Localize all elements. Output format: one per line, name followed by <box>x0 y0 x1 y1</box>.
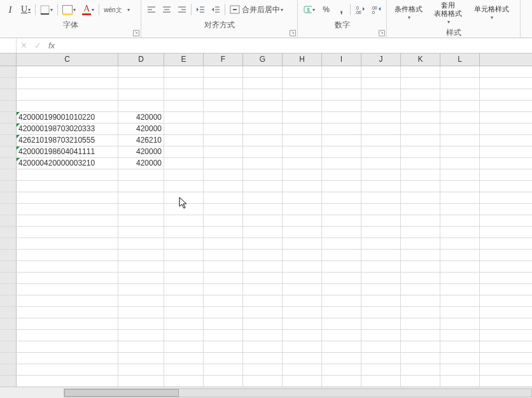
cell[interactable] <box>361 66 401 77</box>
cell[interactable] <box>204 295 243 306</box>
row-header[interactable] <box>0 124 17 134</box>
phonetic-button[interactable]: wén 文 <box>102 3 123 16</box>
row-header[interactable] <box>0 353 17 364</box>
cell[interactable] <box>243 341 283 352</box>
cell[interactable] <box>204 238 243 249</box>
cell[interactable] <box>322 215 361 226</box>
cell[interactable] <box>401 284 440 295</box>
cell[interactable] <box>118 169 164 180</box>
cell[interactable] <box>118 192 164 203</box>
cell[interactable] <box>204 318 243 329</box>
phonetic-dropdown[interactable]: ▾ <box>127 7 130 13</box>
sheet-grid[interactable]: CDEFGHIJKL 42000019900101022042000042000… <box>0 53 532 397</box>
cell[interactable] <box>17 78 118 89</box>
cell[interactable] <box>17 215 118 226</box>
scroll-thumb[interactable] <box>64 389 179 397</box>
row-header[interactable] <box>0 318 17 329</box>
cell[interactable] <box>440 101 480 111</box>
cell[interactable] <box>401 330 440 341</box>
cell[interactable] <box>204 66 243 77</box>
cell[interactable] <box>361 250 401 260</box>
fill-color-button[interactable]: ▾ <box>60 3 78 16</box>
cell[interactable] <box>164 295 204 306</box>
cell[interactable] <box>322 341 361 352</box>
cell[interactable] <box>440 341 480 352</box>
row-header[interactable] <box>0 330 17 341</box>
cell[interactable] <box>322 250 361 260</box>
row-header[interactable] <box>0 307 17 318</box>
cell[interactable] <box>17 307 118 318</box>
row-header[interactable] <box>0 181 17 192</box>
cell[interactable] <box>243 227 283 238</box>
cell[interactable] <box>243 284 283 295</box>
cell[interactable] <box>164 158 204 169</box>
cell[interactable] <box>283 124 322 134</box>
row-header[interactable] <box>0 89 17 100</box>
cell[interactable] <box>440 124 480 134</box>
cell[interactable]: 426210 <box>118 135 164 146</box>
cell[interactable] <box>204 146 243 157</box>
currency-button[interactable]: $ ▾ <box>302 3 317 16</box>
cell[interactable] <box>401 66 440 77</box>
cell[interactable] <box>118 353 164 364</box>
cell[interactable] <box>164 330 204 341</box>
cell[interactable] <box>164 318 204 329</box>
row-header[interactable] <box>0 101 17 111</box>
formula-input[interactable] <box>59 41 532 50</box>
row-header[interactable] <box>0 376 17 387</box>
cell[interactable] <box>243 169 283 180</box>
cell[interactable] <box>361 89 401 100</box>
cell[interactable]: 420000 <box>118 146 164 157</box>
cell[interactable] <box>401 273 440 283</box>
cell[interactable] <box>164 284 204 295</box>
cell[interactable]: 420000198604041111 <box>17 146 118 157</box>
cell[interactable] <box>204 169 243 180</box>
row-header[interactable] <box>0 146 17 157</box>
cell[interactable] <box>164 181 204 192</box>
cell[interactable] <box>322 101 361 111</box>
cell[interactable] <box>243 181 283 192</box>
cell[interactable] <box>164 376 204 387</box>
cell[interactable] <box>322 330 361 341</box>
cell[interactable] <box>401 318 440 329</box>
cell[interactable] <box>164 215 204 226</box>
cell[interactable] <box>204 192 243 203</box>
cell[interactable] <box>322 135 361 146</box>
cell[interactable] <box>243 307 283 318</box>
cell[interactable] <box>283 169 322 180</box>
italic-button[interactable]: I <box>4 3 17 16</box>
cell[interactable] <box>361 124 401 134</box>
cell[interactable] <box>164 227 204 238</box>
cell[interactable] <box>164 192 204 203</box>
cell[interactable] <box>283 261 322 272</box>
cell[interactable] <box>204 376 243 387</box>
cell[interactable] <box>118 284 164 295</box>
cell[interactable] <box>243 353 283 364</box>
cell[interactable] <box>283 318 322 329</box>
cell[interactable] <box>283 89 322 100</box>
cell[interactable] <box>361 181 401 192</box>
cell[interactable] <box>164 364 204 375</box>
cell[interactable] <box>401 250 440 260</box>
cell[interactable] <box>243 261 283 272</box>
row-header[interactable] <box>0 261 17 272</box>
cell[interactable] <box>243 330 283 341</box>
cell[interactable] <box>440 250 480 260</box>
row-header[interactable] <box>0 238 17 249</box>
cell[interactable] <box>118 330 164 341</box>
cell[interactable] <box>17 341 118 352</box>
cell[interactable] <box>361 169 401 180</box>
cell[interactable] <box>17 330 118 341</box>
cell[interactable] <box>17 273 118 283</box>
cell[interactable]: 420000199001010220 <box>17 112 118 123</box>
cell[interactable] <box>204 364 243 375</box>
cell[interactable] <box>17 284 118 295</box>
row-header[interactable] <box>0 341 17 352</box>
cell[interactable] <box>401 158 440 169</box>
cell[interactable] <box>204 135 243 146</box>
cell[interactable] <box>440 135 480 146</box>
cell[interactable] <box>118 364 164 375</box>
cell[interactable] <box>322 353 361 364</box>
align-center-button[interactable] <box>160 3 173 16</box>
increase-indent-button[interactable] <box>209 3 222 16</box>
